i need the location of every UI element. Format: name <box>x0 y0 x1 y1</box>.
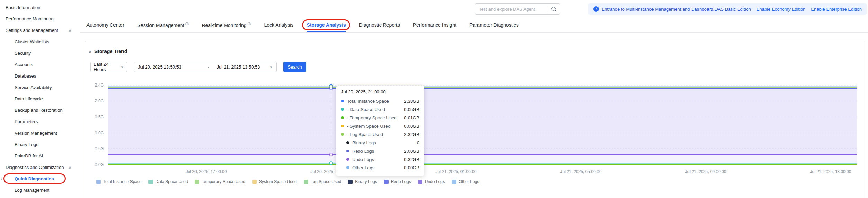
legend-item-system-space-used[interactable]: System Space Used <box>252 179 297 184</box>
legend-swatch-icon <box>452 180 456 184</box>
tab-session-management[interactable]: Session Managementⓘ <box>137 21 189 28</box>
sidebar-item-binary-logs[interactable]: Binary Logs <box>0 139 80 150</box>
enable-enterprise-edition-link[interactable]: Enable Enterprise Edition <box>811 7 862 12</box>
enable-economy-edition-link[interactable]: Enable Economy Edition <box>757 7 806 12</box>
chevron-up-icon[interactable]: ∧ <box>68 165 71 170</box>
legend-item-redo-logs[interactable]: Redo Logs <box>384 179 411 184</box>
legend-label: Binary Logs <box>355 179 377 184</box>
series-dot-icon <box>341 116 344 119</box>
sidebar-item-backup-and-restoration[interactable]: Backup and Restoration <box>0 105 80 116</box>
tab-storage-analysis[interactable]: Storage Analysis <box>307 22 346 28</box>
tooltip-series-label: - Data Space Used <box>347 107 385 112</box>
sidebar-item-diagnostics-and-optimization[interactable]: Diagnostics and Optimization∧ <box>0 162 80 173</box>
tab-lock-analysis[interactable]: Lock Analysis <box>264 22 294 28</box>
tooltip-series-value: 2.38GB <box>404 99 419 104</box>
series-dot-icon <box>341 125 344 127</box>
sidebar-item-label: Performance Monitoring <box>6 16 54 21</box>
legend-item-data-space-used[interactable]: Data Space Used <box>148 179 188 184</box>
legend-swatch-icon <box>195 180 199 184</box>
series-dot-icon <box>341 133 344 136</box>
search-icon[interactable] <box>548 6 560 12</box>
sidebar-item-settings-and-management[interactable]: Settings and Management∧ <box>0 25 80 36</box>
tooltip-series-label: - System Space Used <box>347 124 391 129</box>
legend-swatch-icon <box>304 180 308 184</box>
tooltip-row: Redo Logs2.00GB <box>341 147 419 155</box>
sidebar-item-label: Accounts <box>15 62 33 67</box>
sidebar-item-label: Security <box>15 51 31 56</box>
legend-item-log-space-used[interactable]: Log Space Used <box>304 179 341 184</box>
section-title: Storage Trend <box>94 48 127 54</box>
sidebar-item-label: Service Availability <box>15 85 52 90</box>
tooltip-row: - Log Space Used2.32GB <box>341 130 419 138</box>
sidebar-item-label: Basic Information <box>6 5 40 10</box>
search-button[interactable]: Search <box>283 62 306 72</box>
sidebar-item-accounts[interactable]: Accounts <box>0 59 80 70</box>
legend-item-undo-logs[interactable]: Undo Logs <box>418 179 445 184</box>
sidebar-item-label: Databases <box>15 73 36 79</box>
tooltip-row: - Temporary Space Used0.01GB <box>341 114 419 122</box>
series-dot-icon <box>341 100 344 102</box>
legend-swatch-icon <box>148 180 153 184</box>
tooltip-series-value: 0.00GB <box>404 165 419 170</box>
sidebar-item-label: Log Management <box>15 188 49 193</box>
collapse-caret-icon[interactable]: ∧ <box>89 49 91 54</box>
legend-item-temporary-space-used[interactable]: Temporary Space Used <box>195 179 245 184</box>
chevron-down-icon: ∨ <box>121 65 124 69</box>
legend-swatch-icon <box>418 180 422 184</box>
sidebar-item-data-lifecycle[interactable]: Data Lifecycle <box>0 93 80 105</box>
tooltip-row: Other Logs0.00GB <box>341 163 419 172</box>
tab-performance-insight[interactable]: Performance Insight <box>413 22 456 28</box>
sidebar-item-parameters[interactable]: Parameters <box>0 116 80 127</box>
sidebar-expand-icon[interactable]: › <box>0 174 3 181</box>
tab-parameter-diagnostics[interactable]: Parameter Diagnostics <box>469 22 519 28</box>
date-separator: - <box>208 64 209 70</box>
search-input[interactable] <box>475 7 548 12</box>
sidebar-item-label: Parameters <box>15 119 38 124</box>
tab-diagnostic-reports[interactable]: Diagnostic Reports <box>359 22 400 28</box>
time-range-select[interactable]: Last 24 Hours ∨ <box>90 62 127 72</box>
sidebar-item-label: Version Management <box>15 130 57 136</box>
sidebar-item-performance-monitoring[interactable]: Performance Monitoring <box>0 13 80 25</box>
tooltip-series-label: Total Instance Space <box>347 99 389 104</box>
tooltip-series-value: 0.01GB <box>404 115 419 120</box>
tab-bar: Autonomy CenterSession ManagementⓘReal-t… <box>80 17 868 33</box>
tooltip-title: Jul 20, 2025, 21:00:00 <box>341 89 419 94</box>
tooltip-series-value: 0.00GB <box>404 124 419 129</box>
sidebar-item-polardb-for-ai[interactable]: PolarDB for AI <box>0 150 80 162</box>
sidebar-item-version-management[interactable]: Version Management <box>0 127 80 139</box>
tooltip-series-value: 0.32GB <box>404 157 419 162</box>
legend-item-total-instance-space[interactable]: Total Instance Space <box>96 179 141 184</box>
date-from: Jul 20, 2025 13:50:53 <box>138 64 181 70</box>
sidebar-item-log-management[interactable]: Log Management <box>0 184 80 196</box>
sidebar-item-databases[interactable]: Databases <box>0 70 80 82</box>
info-icon[interactable]: ⓘ <box>248 22 251 26</box>
legend-item-binary-logs[interactable]: Binary Logs <box>348 179 377 184</box>
filter-controls: Last 24 Hours ∨ Jul 20, 2025 13:50:53 - … <box>90 62 306 72</box>
sidebar-item-label: Settings and Management <box>6 28 58 33</box>
tooltip-rows: Total Instance Space2.38GB- Data Space U… <box>341 97 419 172</box>
sidebar-item-security[interactable]: Security <box>0 47 80 59</box>
info-icon[interactable]: ⓘ <box>185 22 189 26</box>
sidebar-item-quick-diagnostics[interactable]: Quick Diagnostics <box>0 173 80 184</box>
chevron-down-icon: ∨ <box>270 65 272 69</box>
tab-real-time-monitoring[interactable]: Real-time Monitoringⓘ <box>202 21 251 28</box>
sidebar-item-label: Quick Diagnostics <box>15 176 54 181</box>
legend-item-other-logs[interactable]: Other Logs <box>452 179 479 184</box>
legend-swatch-icon <box>384 180 389 184</box>
tooltip-row: - Data Space Used0.05GB <box>341 105 419 114</box>
chart-plot-area[interactable] <box>108 84 857 165</box>
tab-autonomy-center[interactable]: Autonomy Center <box>86 22 124 28</box>
tooltip-row: Undo Logs0.32GB <box>341 155 419 163</box>
sidebar-item-service-availability[interactable]: Service Availability <box>0 82 80 93</box>
date-range-picker[interactable]: Jul 20, 2025 13:50:53 - Jul 21, 2025 13:… <box>134 62 277 72</box>
tooltip-series-value: 2.00GB <box>404 148 419 154</box>
sidebar-item-basic-information[interactable]: Basic Information <box>0 2 80 13</box>
magnifier-icon <box>551 6 557 12</box>
sidebar-item-cluster-whitelists[interactable]: Cluster Whitelists <box>0 36 80 47</box>
chevron-up-icon[interactable]: ∧ <box>68 28 71 33</box>
series-dot-icon <box>346 141 349 144</box>
tooltip-series-label: Other Logs <box>352 165 374 170</box>
tab-label: Lock Analysis <box>264 22 294 28</box>
tooltip-series-label: Binary Logs <box>352 140 376 145</box>
edition-banner: i Entrance to Multi-instance Management … <box>588 3 867 15</box>
